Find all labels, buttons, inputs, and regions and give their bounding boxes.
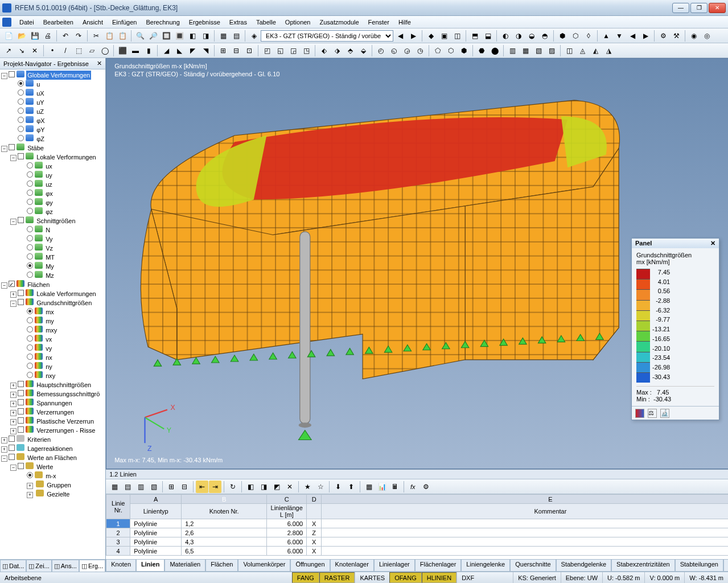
checkbox[interactable]: [18, 399, 24, 405]
tree-node-flachen[interactable]: Flächen: [26, 280, 51, 289]
tool-icon[interactable]: ▥: [506, 44, 519, 57]
tool-icon[interactable]: 🔎: [147, 30, 159, 42]
guides-toggle[interactable]: HLINIEN: [422, 572, 456, 583]
tool-icon[interactable]: ⬣: [475, 44, 488, 57]
table-tab[interactable]: Öffnungen: [290, 560, 330, 572]
expand-icon[interactable]: +: [10, 419, 17, 425]
tree-leaf[interactable]: u: [35, 80, 41, 89]
tree-node-werte[interactable]: Werte: [35, 462, 54, 471]
expand-icon[interactable]: +: [27, 483, 33, 489]
cell[interactable]: [322, 519, 728, 528]
grid-toggle[interactable]: RASTER: [319, 572, 355, 583]
expand-icon[interactable]: +: [27, 492, 33, 498]
radio[interactable]: [27, 272, 33, 278]
table-tab[interactable]: Stabendgelenke: [556, 560, 612, 572]
tool-icon[interactable]: ⬠: [431, 44, 444, 57]
tool-icon[interactable]: ▼: [613, 30, 626, 42]
table-tool-icon[interactable]: ⚙: [419, 481, 432, 493]
tree-leaf[interactable]: N: [44, 225, 51, 235]
tree-leaf[interactable]: uX: [35, 89, 45, 98]
table-tool-icon[interactable]: ▦: [108, 481, 121, 493]
tree-leaf[interactable]: φx: [44, 189, 54, 198]
expand-icon[interactable]: +: [10, 428, 17, 434]
radio[interactable]: [27, 326, 33, 332]
tool-icon[interactable]: ◳: [300, 44, 312, 57]
tool-icon[interactable]: ▤: [230, 30, 242, 42]
tree-leaf[interactable]: m-x: [44, 471, 57, 481]
tree-node[interactable]: Verzerrungen - Risse: [35, 426, 96, 435]
tree-leaf[interactable]: φz: [44, 207, 54, 216]
tool-icon[interactable]: 🔲: [160, 30, 172, 42]
tool-icon[interactable]: ▬: [129, 44, 142, 57]
tool-icon[interactable]: ◀: [626, 30, 639, 42]
table-tool-icon[interactable]: ⇥: [209, 481, 221, 493]
table-tool-icon[interactable]: ◩: [270, 481, 283, 493]
tree-leaf[interactable]: Vy: [44, 235, 54, 244]
table-tab[interactable]: Stäbe: [723, 560, 728, 572]
expand-icon[interactable]: −: [10, 301, 17, 307]
tree-leaf[interactable]: Vz: [44, 244, 54, 253]
menu-fenster[interactable]: Fenster: [364, 18, 394, 27]
menu-ansicht[interactable]: Ansicht: [78, 18, 108, 27]
cell[interactable]: Polylinie: [130, 537, 182, 547]
tree-node-lokale-verformungen[interactable]: Lokale Verformungen: [35, 153, 97, 162]
checkbox[interactable]: [9, 71, 15, 77]
tool-icon[interactable]: ⬘: [344, 44, 356, 57]
checkbox[interactable]: [18, 299, 24, 305]
radio[interactable]: [27, 317, 33, 323]
tool-icon[interactable]: ◴: [375, 44, 387, 57]
nav-tab-ansichten[interactable]: ◫Ans...: [52, 560, 79, 572]
tool-icon[interactable]: ◑: [512, 30, 525, 42]
cell[interactable]: X: [307, 519, 322, 528]
table-tool-icon[interactable]: ▤: [121, 481, 134, 493]
expand-icon[interactable]: +: [10, 383, 17, 389]
open-icon[interactable]: 📂: [15, 30, 28, 42]
excel-icon[interactable]: 📊: [376, 481, 388, 493]
tree-leaf[interactable]: uy: [44, 171, 54, 180]
radio[interactable]: [27, 308, 33, 314]
tool-icon[interactable]: ⬛: [116, 44, 129, 57]
maximize-button[interactable]: ❐: [690, 3, 708, 13]
row-header[interactable]: 3: [106, 537, 130, 547]
cartesian-toggle[interactable]: KARTES: [355, 572, 389, 583]
radio[interactable]: [18, 108, 24, 114]
cell[interactable]: Polylinie: [130, 547, 182, 556]
tool-icon[interactable]: ▲: [600, 30, 612, 42]
row-header[interactable]: 2: [106, 528, 130, 537]
radio[interactable]: [27, 335, 33, 342]
tool-icon[interactable]: ⬓: [482, 30, 494, 42]
tool-icon[interactable]: ⬡: [569, 30, 582, 42]
tool-icon[interactable]: ◨: [199, 30, 212, 42]
table-tool-icon[interactable]: ☆: [314, 481, 327, 493]
table-tool-icon[interactable]: ⊞: [165, 481, 178, 493]
tree-node-lagerreaktionen[interactable]: Lagerreaktionen: [26, 444, 74, 453]
table-tab[interactable]: Querschnitte: [510, 560, 556, 572]
checkbox[interactable]: [18, 417, 24, 424]
paste-icon[interactable]: 📋: [116, 30, 129, 42]
tool-icon[interactable]: ▶: [639, 30, 652, 42]
tool-icon[interactable]: ⬤: [488, 44, 501, 57]
cell[interactable]: 6.000: [267, 519, 307, 528]
tool-icon[interactable]: ▧: [532, 44, 545, 57]
tree-leaf[interactable]: Mz: [44, 271, 55, 280]
radio[interactable]: [18, 80, 24, 87]
checkbox[interactable]: [18, 426, 24, 433]
tool-icon[interactable]: ⬒: [468, 30, 481, 42]
table-tool-icon[interactable]: ⬇: [332, 481, 344, 493]
tool-icon[interactable]: ↗: [2, 44, 15, 57]
nav-tab-ergebnisse[interactable]: ◫Erg...: [79, 560, 105, 572]
expand-icon[interactable]: −: [1, 146, 7, 152]
tool-icon[interactable]: ◓: [538, 30, 551, 42]
table-tool-icon[interactable]: ★: [301, 481, 314, 493]
tree-leaf[interactable]: ny: [44, 362, 54, 371]
cell[interactable]: [322, 528, 728, 537]
checkbox[interactable]: [18, 290, 24, 296]
tool-icon[interactable]: ✕: [28, 44, 41, 57]
table-tool-icon[interactable]: ⇤: [196, 481, 208, 493]
tool-icon[interactable]: ◵: [388, 44, 400, 57]
tool-icon[interactable]: ◱: [274, 44, 286, 57]
radio[interactable]: [27, 171, 33, 178]
tool-icon[interactable]: ⬙: [357, 44, 369, 57]
tree-node[interactable]: Verzerrungen: [35, 408, 75, 417]
radio[interactable]: [27, 190, 33, 196]
